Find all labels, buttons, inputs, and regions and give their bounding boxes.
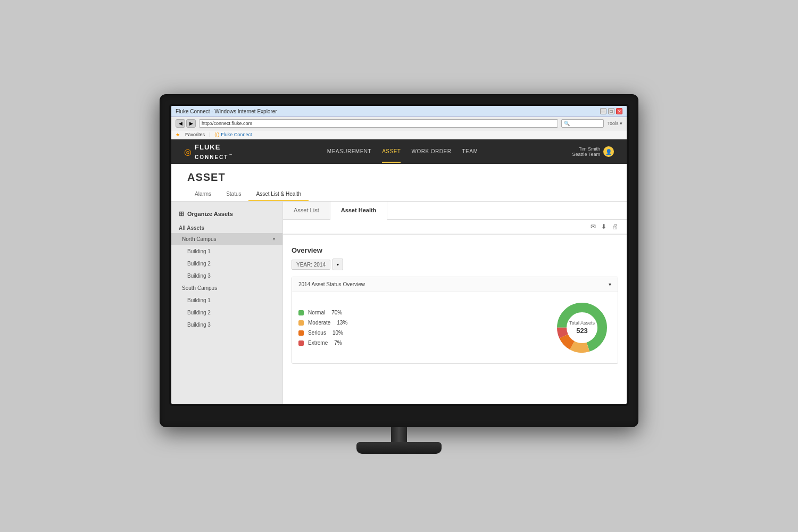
user-area: Tim Smith Seattle Team 👤 — [572, 146, 614, 157]
status-card-title: 2014 Asset Status Overview — [298, 281, 365, 287]
search-bar[interactable]: 🔍 — [561, 119, 604, 128]
sidebar-all-assets-label: All Assets — [171, 223, 282, 233]
content-area: ⊞ Organize Assets All Assets North Campu… — [171, 202, 627, 404]
nav-work-order[interactable]: WORK ORDER — [411, 141, 451, 163]
browser-title-bar: Fluke Connect - Windows Internet Explore… — [171, 106, 627, 117]
chevron-down-icon: ▾ — [273, 237, 275, 242]
donut-label: Total Assets 523 — [569, 320, 595, 336]
favorites-label: Favorites — [185, 132, 205, 137]
stand-base — [356, 442, 442, 454]
legend-pct-normal: 70% — [331, 310, 342, 315]
browser-nav-bar: ◀ ▶ http://connect.fluke.com 🔍 Tools ▾ — [171, 117, 627, 130]
favorites-bar: ★ Favorites | (() Fluke Connect — [171, 130, 627, 139]
legend-item-moderate: Moderate 13% — [298, 320, 347, 326]
nav-measurement[interactable]: MEASUREMENT — [327, 141, 371, 163]
overview-title: Overview — [292, 246, 618, 254]
minimize-button[interactable]: — — [600, 108, 606, 114]
print-icon[interactable]: 🖨 — [612, 223, 618, 230]
donut-assets-text: Assets — [580, 320, 595, 326]
sidebar-item-south-building-1[interactable]: Building 1 — [171, 294, 282, 306]
logo-text-area: FLUKE CONNECT™ — [195, 142, 232, 161]
status-card-body: Normal 70% Moderate 13% — [292, 292, 618, 363]
nav-team[interactable]: TEAM — [462, 141, 478, 163]
favorites-star-icon: ★ — [176, 132, 180, 137]
legend-item-serious: Serious 10% — [298, 330, 347, 336]
donut-total-text: Total — [569, 320, 579, 326]
address-bar[interactable]: http://connect.fluke.com — [199, 119, 558, 128]
nav-menu: MEASUREMENT ASSET WORK ORDER TEAM — [327, 141, 478, 163]
sidebar-item-north-building-1[interactable]: Building 1 — [171, 245, 282, 257]
browser-title: Fluke Connect - Windows Internet Explore… — [176, 109, 277, 114]
legend-color-normal — [298, 310, 304, 315]
legend-color-serious — [298, 330, 304, 336]
legend-item-normal: Normal 70% — [298, 310, 347, 315]
legend-item-extreme: Extreme 7% — [298, 340, 347, 346]
stand-neck — [391, 427, 407, 442]
close-button[interactable]: ✕ — [616, 108, 622, 114]
status-card: 2014 Asset Status Overview ▾ Normal — [292, 277, 618, 364]
download-icon[interactable]: ⬇ — [601, 223, 606, 230]
panel-toolbar: ✉ ⬇ 🖨 — [283, 220, 627, 234]
logo-area: ◎ FLUKE CONNECT™ — [184, 142, 232, 161]
legend-label-moderate: Moderate — [308, 320, 330, 326]
nav-arrows: ◀ ▶ — [176, 119, 196, 128]
app-header: ◎ FLUKE CONNECT™ MEASUREMENT ASSET WORK … — [171, 139, 627, 164]
user-name: Tim Smith — [572, 146, 600, 152]
tools-menu[interactable]: Tools ▾ — [607, 121, 622, 126]
fluke-connect-tab[interactable]: (() Fluke Connect — [214, 132, 252, 137]
nav-asset[interactable]: ASSET — [382, 141, 401, 163]
sidebar-item-north-campus[interactable]: North Campus ▾ — [171, 233, 282, 245]
status-card-header: 2014 Asset Status Overview ▾ — [292, 277, 618, 292]
panel-tab-asset-list[interactable]: Asset List — [283, 202, 330, 219]
browser-controls: — □ ✕ — [600, 108, 622, 114]
tab-alarms[interactable]: Alarms — [187, 188, 219, 201]
avatar: 👤 — [603, 146, 614, 157]
donut-total-value: 523 — [569, 326, 595, 335]
user-team: Seattle Team — [572, 152, 600, 157]
email-icon[interactable]: ✉ — [591, 223, 596, 230]
page-title: ASSET — [187, 171, 611, 184]
legend: Normal 70% Moderate 13% — [298, 310, 347, 346]
legend-label-serious: Serious — [308, 330, 326, 336]
tab-status[interactable]: Status — [219, 188, 248, 201]
tab-asset-list-health[interactable]: Asset List & Health — [248, 188, 308, 201]
legend-color-extreme — [298, 340, 304, 346]
fluke-logo-icon: ◎ — [184, 147, 192, 157]
panel-tab-asset-health[interactable]: Asset Health — [330, 202, 388, 220]
sidebar-item-north-building-2[interactable]: Building 2 — [171, 257, 282, 270]
page-tabs: Alarms Status Asset List & Health — [187, 188, 611, 201]
sidebar-item-south-building-3[interactable]: Building 3 — [171, 319, 282, 331]
sidebar-item-north-building-3[interactable]: Building 3 — [171, 270, 282, 282]
legend-pct-serious: 10% — [332, 330, 343, 336]
forward-button[interactable]: ▶ — [186, 119, 196, 128]
panel-content: Overview YEAR: 2014 ▾ 2014 Asset Status … — [283, 240, 627, 370]
status-card-dropdown-icon[interactable]: ▾ — [609, 281, 611, 287]
legend-label-normal: Normal — [308, 310, 325, 315]
legend-pct-extreme: 7% — [334, 340, 342, 346]
sidebar-title: ⊞ Organize Assets — [171, 210, 282, 223]
year-label: YEAR: 2014 — [292, 260, 330, 270]
sidebar-item-south-building-2[interactable]: Building 2 — [171, 306, 282, 319]
fluke-tab-icon: (() — [214, 132, 219, 137]
year-dropdown-button[interactable]: ▾ — [332, 259, 343, 270]
back-button[interactable]: ◀ — [176, 119, 185, 128]
legend-pct-moderate: 13% — [337, 320, 347, 326]
monitor-stand — [160, 427, 638, 454]
legend-label-extreme: Extreme — [308, 340, 328, 346]
main-panel: Asset List Asset Health ✉ ⬇ 🖨 Overview — [283, 202, 627, 404]
year-selector: YEAR: 2014 ▾ — [292, 259, 618, 270]
page-header: ASSET Alarms Status Asset List & Health — [171, 164, 627, 202]
organize-icon: ⊞ — [179, 210, 184, 218]
logo-text: FLUKE CONNECT™ — [195, 143, 232, 161]
legend-color-moderate — [298, 320, 304, 326]
panel-tabs: Asset List Asset Health — [283, 202, 627, 220]
sidebar: ⊞ Organize Assets All Assets North Campu… — [171, 202, 283, 404]
maximize-button[interactable]: □ — [608, 108, 614, 114]
screen: Fluke Connect - Windows Internet Explore… — [171, 106, 627, 404]
sidebar-item-south-campus[interactable]: South Campus — [171, 282, 282, 294]
donut-chart: Total Assets 523 — [553, 298, 611, 357]
